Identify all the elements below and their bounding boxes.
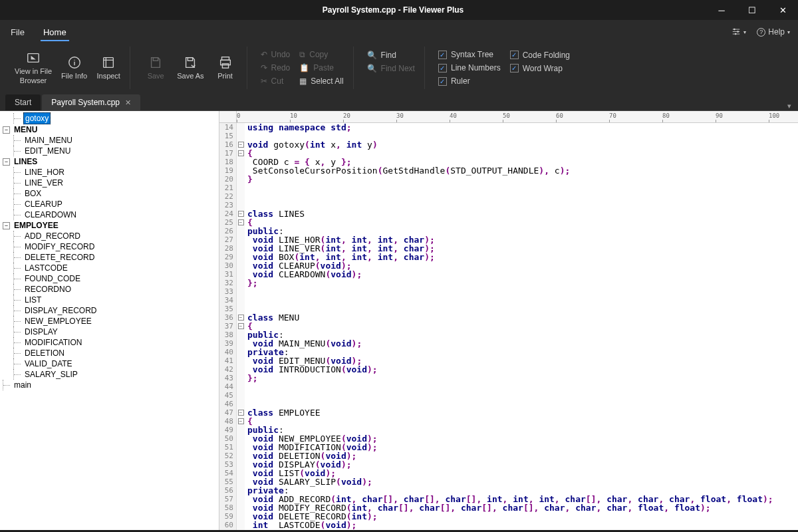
tree-leaf[interactable]: EDIT_MENU (0, 146, 219, 156)
close-tab-icon[interactable]: ✕ (125, 98, 131, 107)
print-button[interactable]: Print (209, 53, 241, 83)
tree-leaf[interactable]: MODIFY_RECORD (0, 241, 219, 252)
menubar: File Home ▾ ?Help▾ (0, 20, 798, 44)
redo-icon: ↷ (261, 63, 267, 72)
tree-expand-icon[interactable]: − (3, 222, 10, 229)
tree-label: MODIFY_RECORD (23, 241, 96, 252)
tree-leaf[interactable]: LIST (0, 295, 219, 305)
find-button[interactable]: 🔍Find (363, 49, 419, 61)
save-button: Save (140, 53, 172, 83)
tree-label: DELETION (23, 348, 66, 358)
tree-leaf[interactable]: CLEARDOWN (0, 209, 219, 220)
tree-label: RECORDNO (23, 284, 72, 295)
tree-leaf[interactable]: RECORDNO (0, 284, 219, 295)
tree-label: LINE_HOR (23, 167, 66, 178)
cut-icon: ✂ (261, 76, 267, 86)
checkbox-icon (510, 51, 519, 59)
checkbox-icon (438, 51, 447, 59)
syntax-tree-panel[interactable]: gotoxy−MENUMAIN_MENUEDIT_MENU−LINESLINE_… (0, 111, 219, 530)
tab-overflow-icon[interactable]: ▾ (787, 102, 798, 110)
word-wrap-checkbox[interactable]: Word Wrap (506, 63, 574, 74)
redo-button: ↷Redo (257, 62, 295, 74)
tree-branch[interactable]: −MENU (0, 124, 219, 135)
menu-file[interactable]: File (8, 23, 27, 41)
tree-leaf[interactable]: MODIFICATION (0, 337, 219, 348)
tree-label: SALARY_SLIP (23, 369, 79, 380)
svg-rect-10 (188, 58, 193, 61)
minimize-button[interactable]: ─ (706, 0, 737, 20)
tree-label: FOUND_CODE (23, 273, 82, 284)
tree-label: CLEARDOWN (23, 209, 78, 220)
file-info-button[interactable]: File Info (57, 53, 91, 83)
svg-rect-8 (104, 58, 114, 68)
menu-help[interactable]: ?Help▾ (757, 27, 790, 37)
tree-leaf[interactable]: FOUND_CODE (0, 273, 219, 284)
paste-icon: 📋 (299, 63, 309, 72)
tab-start[interactable]: Start (5, 94, 41, 110)
tree-leaf[interactable]: gotoxy (0, 112, 219, 124)
line-numbers-checkbox[interactable]: Line Numbers (434, 62, 505, 74)
tree-label: LASTCODE (23, 263, 69, 273)
ruler: 0102030405060708090100 (237, 111, 798, 122)
tree-label: LIST (23, 295, 43, 305)
menu-home[interactable]: Home (41, 23, 69, 41)
fold-column[interactable]: −−−−−−−− (237, 123, 245, 530)
tree-label: LINE_VER (23, 178, 65, 188)
tree-leaf[interactable]: main (0, 380, 219, 390)
cut-button: ✂Cut (257, 75, 295, 87)
inspect-button[interactable]: Inspect (92, 53, 124, 83)
copy-button: ⧉Copy (295, 49, 347, 61)
tree-expand-icon[interactable]: − (3, 158, 10, 166)
svg-rect-13 (222, 64, 228, 68)
maximize-button[interactable]: ☐ (737, 0, 767, 20)
tree-leaf[interactable]: DELETE_RECORD (0, 252, 219, 263)
tree-leaf[interactable]: SALARY_SLIP (0, 369, 219, 380)
tree-label: MENU (13, 124, 39, 135)
close-button[interactable]: ✕ (767, 0, 798, 20)
tree-label: LINES (13, 156, 39, 167)
save-as-button[interactable]: Save As (173, 53, 207, 83)
tree-leaf[interactable]: ADD_RECORD (0, 231, 219, 241)
tree-leaf[interactable]: LINE_VER (0, 178, 219, 188)
tree-leaf[interactable]: DISPLAY_RECORD (0, 305, 219, 316)
tree-leaf[interactable]: DISPLAY (0, 327, 219, 337)
find-next-button: 🔍Find Next (363, 63, 419, 74)
svg-point-4 (737, 31, 739, 33)
tree-label: EMPLOYEE (13, 220, 60, 231)
copy-icon: ⧉ (299, 50, 305, 59)
tree-leaf[interactable]: VALID_DATE (0, 358, 219, 369)
tree-expand-icon[interactable]: − (3, 126, 10, 134)
ruler-checkbox[interactable]: Ruler (434, 75, 505, 87)
tree-label: MAIN_MENU (23, 135, 74, 146)
tree-label: CLEARUP (23, 199, 64, 209)
settings-icon[interactable]: ▾ (732, 27, 746, 37)
svg-point-5 (735, 33, 737, 35)
tree-leaf[interactable]: NEW_EMPLOYEE (0, 316, 219, 327)
tree-label: VALID_DATE (23, 358, 74, 369)
tree-branch[interactable]: −EMPLOYEE (0, 220, 219, 231)
tree-label: DELETE_RECORD (23, 252, 96, 263)
tree-leaf[interactable]: DELETION (0, 348, 219, 358)
select-all-button[interactable]: ▦Select All (295, 75, 347, 87)
paste-button: 📋Paste (295, 62, 347, 74)
tree-leaf[interactable]: LASTCODE (0, 263, 219, 273)
tab-active-document[interactable]: Payroll System.cpp✕ (42, 94, 140, 110)
tree-leaf[interactable]: BOX (0, 188, 219, 199)
titlebar: Payroll System.cpp - File Viewer Plus ─ … (0, 0, 798, 20)
syntax-tree-checkbox[interactable]: Syntax Tree (434, 49, 505, 61)
tree-branch[interactable]: −LINES (0, 156, 219, 167)
view-in-browser-button[interactable]: View in File Browser (11, 48, 56, 87)
checkbox-icon (438, 64, 447, 72)
svg-point-3 (733, 29, 735, 31)
checkbox-icon (438, 77, 447, 86)
code-content[interactable]: using namespace std;void gotoxy(int x, i… (245, 123, 798, 530)
tree-leaf[interactable]: MAIN_MENU (0, 135, 219, 146)
undo-button: ↶Undo (257, 49, 295, 61)
tree-label: MODIFICATION (23, 337, 83, 348)
tree-leaf[interactable]: CLEARUP (0, 199, 219, 209)
code-folding-checkbox[interactable]: Code Folding (506, 49, 574, 61)
document-tabbar: Start Payroll System.cpp✕ ▾ (0, 92, 798, 110)
select-all-icon: ▦ (299, 76, 307, 86)
code-editor[interactable]: 0102030405060708090100 14151617181920212… (219, 111, 798, 530)
tree-leaf[interactable]: LINE_HOR (0, 167, 219, 178)
